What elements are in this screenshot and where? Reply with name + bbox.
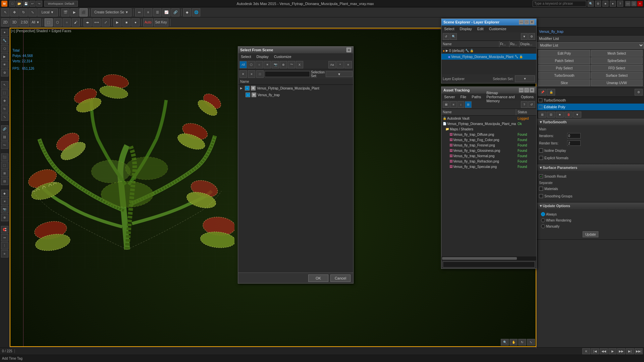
at-help-btn[interactable]: ? [521, 101, 528, 108]
at-row-2[interactable]: 📁 Maps / Shaders [441, 126, 536, 132]
play-btn[interactable]: ▶ [113, 18, 121, 26]
maximize-vp-btn[interactable]: ⤡ [527, 339, 535, 346]
at-menu-options[interactable]: Options [520, 95, 535, 99]
render-frame-btn[interactable]: ⬛ [79, 8, 88, 16]
at-refresh-btn[interactable]: ↺ [528, 101, 535, 108]
spline-select-btn[interactable]: SplineSelect [591, 57, 643, 64]
sfs-helpers-btn[interactable]: ⊕ [280, 61, 287, 68]
tl-play-btn[interactable]: ▶ [608, 348, 616, 354]
tl-next-key-btn[interactable]: ▶▶ [617, 348, 625, 354]
surface-params-header[interactable]: ▼ Surface Parameters [537, 164, 644, 171]
render-iters-input[interactable] [567, 140, 581, 146]
at-row-4[interactable]: 🖼 Venus_fly_trap_Fog_Color.png Found [441, 137, 536, 142]
set-key-btn[interactable]: Set Key [154, 18, 168, 26]
surface-select-btn[interactable]: Surface Select [591, 72, 643, 79]
search-input[interactable] [533, 1, 586, 7]
se-menu-display[interactable]: Display [459, 27, 473, 31]
redo-btn[interactable]: ↪ [36, 1, 42, 7]
viewport-nav-3[interactable]: ⊞ [1, 170, 8, 177]
schematic-btn[interactable]: 🔗 [171, 8, 179, 16]
create-panel-btn[interactable]: ✦ [1, 29, 8, 36]
manually-radio[interactable] [541, 224, 545, 228]
se-config-btn[interactable]: ⚙ [528, 33, 535, 40]
se-menu-edit[interactable]: Edit [476, 27, 485, 31]
edit-poly-btn[interactable]: Edit Poly [538, 50, 590, 57]
se-maximize-btn[interactable]: □ [524, 20, 529, 24]
se-row-0[interactable]: ● ▶ 0 (default) 🔧 🔓 [441, 48, 536, 54]
stack-show-result-btn[interactable]: ⊞ [538, 112, 546, 118]
maximize-btn[interactable]: □ [631, 1, 637, 6]
link-tool[interactable]: 🔗 [1, 125, 8, 133]
viewport-nav-4[interactable]: ⊟ [1, 178, 8, 185]
material-tool[interactable]: ◆ [1, 190, 8, 197]
at-menu-file[interactable]: File [459, 95, 468, 99]
select-obj-btn[interactable]: ↖ [1, 8, 9, 16]
scale-btn[interactable]: ⤡ [29, 8, 37, 16]
minimize-btn[interactable]: — [625, 1, 631, 6]
fence-sel-btn[interactable]: ⬡ [54, 18, 62, 26]
sfs-tree-item-1[interactable]: ○ 👁 Venus_fly_trap [238, 92, 353, 98]
se-sel-set-dropdown[interactable]: ▼ [515, 75, 535, 82]
scale-tool[interactable]: ⤡ [1, 113, 8, 121]
zoom-btn[interactable]: 🔍 [501, 339, 509, 346]
stack-check-ts[interactable] [538, 98, 542, 102]
pan-btn[interactable]: ✋ [509, 339, 518, 346]
mirror-tool[interactable]: ⇔ [1, 234, 8, 241]
modify-panel-btn[interactable]: 🔧 [1, 37, 8, 44]
stack-configure-btn[interactable]: ⚙ [635, 89, 643, 96]
explicit-normals-checkbox[interactable] [539, 156, 543, 160]
update-options-header[interactable]: ▼ Update Options [537, 202, 644, 209]
when-rendering-radio[interactable] [541, 218, 545, 222]
se-filter-btn[interactable]: ▼ [521, 33, 528, 40]
always-radio[interactable] [541, 212, 545, 216]
move-btn[interactable]: ✥ [10, 8, 18, 16]
sfs-ok-btn[interactable]: OK [308, 275, 328, 282]
rp-stack-editablepoly[interactable]: Editable Poly [537, 104, 644, 110]
scale-keys-btn[interactable]: ⤢ [102, 18, 110, 26]
new-btn[interactable]: □ [9, 1, 15, 7]
at-row-0[interactable]: 🔒 Autodesk Vault Logged [441, 116, 536, 121]
sfs-menu-display[interactable]: Display [255, 55, 270, 59]
tl-prev-frame-btn[interactable]: |◀ [591, 348, 599, 354]
isoline-checkbox[interactable] [539, 148, 543, 153]
se-refresh-btn[interactable]: ↺ [443, 33, 449, 40]
rotate-tool[interactable]: ↻ [1, 105, 8, 113]
render-setup-btn[interactable]: 🎬 [61, 8, 69, 16]
save-btn[interactable]: 💾 [23, 1, 29, 7]
sfs-lights-btn[interactable]: ☀ [264, 61, 271, 68]
camera-tool[interactable]: 📷 [1, 206, 8, 213]
sfs-select-none-btn[interactable]: □ [256, 70, 264, 78]
stack-check-ep[interactable] [538, 105, 542, 109]
mesh-select-btn[interactable]: Mesh Select [591, 50, 643, 57]
at-list-btn[interactable]: ≡ [450, 101, 457, 108]
stack-lock-btn[interactable]: 🔒 [547, 89, 555, 96]
render-env-btn[interactable]: 🌐 [192, 8, 200, 16]
stack-show-end-btn[interactable]: ⊟ [547, 112, 555, 118]
rp-stack-turbosmoothitem[interactable]: TurboSmooth [537, 97, 644, 104]
sfs-all-btn[interactable]: All [239, 61, 247, 68]
viewport-nav-2[interactable]: ⬚ [1, 162, 8, 169]
slice-btn[interactable]: Slice [538, 79, 590, 86]
stack-pin-btn[interactable]: 📌 [538, 89, 546, 96]
online-icon[interactable]: ● [610, 1, 616, 7]
settings-icon[interactable]: ⚙ [595, 1, 601, 7]
ffd-select-btn[interactable]: FFD Select [591, 65, 643, 71]
helper-tool[interactable]: ⊕ [1, 214, 8, 221]
at-row-1[interactable]: 📄 Venus_Flytrap_Dionaea_Muscipula_Plant_… [441, 121, 536, 126]
snap-tool[interactable]: 🧲 [1, 226, 8, 233]
se-menu-customize[interactable]: Customize [488, 27, 508, 31]
at-vault-btn[interactable]: 🏛 [443, 101, 449, 108]
sfs-case-btn[interactable]: Aa [328, 61, 336, 68]
sfs-search-input[interactable] [265, 71, 310, 77]
materials-checkbox[interactable] [539, 187, 543, 191]
at-row-7[interactable]: 🖼 Venus_fly_trap_Normal.png Found [441, 153, 536, 159]
update-btn[interactable]: Update [583, 231, 598, 237]
turbosmooth-btn[interactable]: TurboSmooth [538, 72, 590, 79]
utilities-btn[interactable]: ⚙ [1, 69, 8, 76]
window-crossing-btn[interactable]: ⬚ [45, 18, 53, 26]
snap-3d-btn[interactable]: 3D [10, 18, 18, 26]
open-btn[interactable]: 📂 [16, 1, 22, 7]
tl-prev-key-btn[interactable]: ◀◀ [600, 348, 608, 354]
sfs-cancel-btn[interactable]: Cancel [330, 275, 351, 282]
select-tool[interactable]: ↖ [1, 81, 8, 88]
